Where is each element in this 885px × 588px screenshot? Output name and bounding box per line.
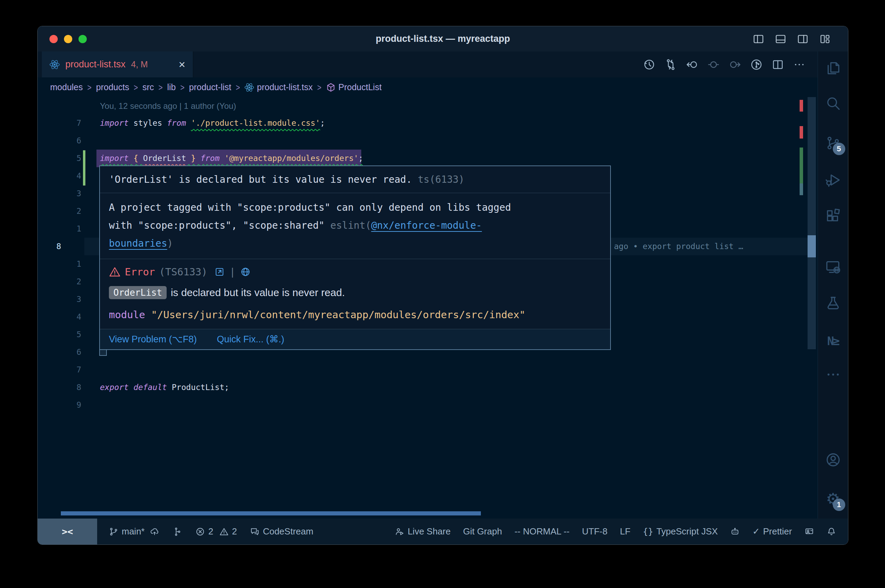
tooltip-actions: View Problem (⌥F8) Quick Fix... (⌘.) [100,329,610,349]
vertical-scrollbar[interactable] [808,97,816,349]
tab-close-icon[interactable]: × [179,59,185,70]
gitlens-inline-blame: ago • export product list … [614,238,743,255]
activity-bar: 5 N≥ ⚙ 1 [817,51,848,519]
traffic-light-close[interactable] [50,35,58,43]
tooltip-eslint-message: A project tagged with "scope:products" c… [100,193,610,259]
tab-product-list[interactable]: product-list.tsx 4, M × [42,51,193,77]
customize-layout-icon[interactable] [819,33,831,45]
live-share-button[interactable]: Live Share [395,526,451,537]
status-bar: >< main* 2 2 [38,519,848,544]
tooltip-error-detail: Error(TS6133) | OrderList is declared bu… [100,259,610,329]
gutter-line-number: 1 [38,255,81,273]
globe-icon[interactable] [240,267,251,277]
toggle-panel-icon[interactable] [775,33,786,45]
sidebar-item-testing[interactable] [825,296,841,311]
layout-controls [753,26,831,51]
eslint-rule-link[interactable]: boundaries [109,238,167,249]
prettier-button[interactable]: ✓ Prettier [752,526,792,537]
warning-count-icon [219,527,229,537]
source-control-badge: 5 [833,142,845,155]
severity-label: Error [125,266,155,278]
breadcrumb-item-file[interactable]: product-list.tsx [244,82,313,92]
commit-graph-icon[interactable] [750,58,763,71]
gutter-line-number: 4 [38,308,81,326]
view-problem-button[interactable]: View Problem (⌥F8) [109,334,197,345]
timeline-icon[interactable] [643,58,655,71]
remote-indicator[interactable]: >< [38,519,97,544]
git-graph-button[interactable]: Git Graph [463,526,502,537]
breadcrumb-item-symbol[interactable]: ProductList [326,82,382,92]
gutter-change-bar [83,150,86,186]
code-line-import-styles[interactable]: import styles from './product-list.modul… [100,114,325,132]
sidebar-item-explorer[interactable] [825,60,841,76]
language-mode-button[interactable]: {} TypeScript JSX [643,526,718,537]
encoding-indicator[interactable]: UTF-8 [582,526,608,537]
breadcrumb-separator: > [87,82,92,93]
eol-indicator[interactable]: LF [620,526,630,537]
sidebar-item-more-views[interactable] [825,366,841,382]
gutter-line-number: 7 [38,114,81,132]
gutter-line-number: 2 [38,202,81,220]
vim-mode-indicator[interactable]: -- NORMAL -- [514,526,569,537]
more-actions-icon[interactable] [793,58,805,71]
current-change-icon[interactable] [707,58,720,71]
copilot-icon-button[interactable] [730,527,740,537]
ts-error-code: ts(6133) [418,174,464,185]
traffic-light-zoom[interactable] [78,35,87,43]
live-share-icon [395,527,404,537]
editor-actions [643,51,818,77]
split-editor-icon[interactable] [772,58,784,71]
react-icon [244,82,254,92]
horizontal-scrollbar[interactable] [61,511,481,516]
sidebar-item-search[interactable] [825,95,841,111]
breadcrumb-separator: > [317,82,322,93]
eslint-rule-link[interactable]: @nx/enforce-module- [371,220,482,231]
gitlens-compare-button[interactable] [173,527,182,537]
codestream-button[interactable]: CodeStream [250,526,313,537]
gutter-line-number: 3 [38,185,81,202]
sidebar-item-remote-explorer[interactable] [825,259,841,275]
code-line-export-default[interactable]: export default ProductList; [100,379,229,396]
compare-changes-icon[interactable] [664,58,677,71]
quick-fix-button[interactable]: Quick Fix... (⌘.) [217,334,284,345]
minimap-slider[interactable] [808,235,816,257]
sidebar-item-extensions[interactable] [825,208,841,224]
gutter-line-number: 1 [38,220,81,238]
codestream-icon [250,527,260,537]
traffic-light-minimize[interactable] [64,35,72,43]
breadcrumb-item-src[interactable]: src [143,82,154,92]
gutter-line-number: 3 [38,291,81,308]
toggle-secondary-sidebar-icon[interactable] [797,33,808,45]
settings-gear-icon[interactable]: ⚙ 1 [825,491,841,507]
open-docs-external-icon[interactable] [214,267,225,277]
problems-button[interactable]: 2 2 [195,526,237,537]
gutter-line-number: 7 [38,361,81,379]
notifications-bell-button[interactable] [826,527,836,537]
breadcrumb-item-products[interactable]: products [96,82,129,92]
code-editor[interactable]: 7 6 5 4 3 2 1 8 1 2 3 4 5 6 7 8 9 You, 1… [38,97,818,519]
breadcrumb-separator: > [180,82,185,93]
code-line-import-orderlist[interactable]: import { OrderList } from '@myreactapp/m… [100,150,363,167]
sidebar-item-source-control[interactable]: 5 [825,135,841,151]
sidebar-item-nx-console[interactable]: N≥ [825,333,841,349]
gutter-line-number: 9 [38,396,81,414]
breadcrumb-item-product-list[interactable]: product-list [189,82,231,92]
tooltip-resize-grip[interactable] [99,349,107,356]
desktop-background: product-list.tsx — myreactapp product-li… [0,0,885,588]
previous-change-icon[interactable] [686,58,698,71]
error-count-icon [195,527,205,537]
branch-button[interactable]: main* [109,526,159,537]
next-change-icon[interactable] [729,58,741,71]
severity-code: (TS6133) [159,266,207,278]
overview-error-mark [799,100,803,112]
breadcrumb-separator: > [236,82,240,93]
toggle-primary-sidebar-icon[interactable] [753,33,764,45]
gitlens-blame-annotation: You, 12 seconds ago | 1 author (You) [100,97,236,115]
breadcrumb-item-lib[interactable]: lib [167,82,176,92]
sidebar-item-run-debug[interactable] [825,172,841,188]
account-icon[interactable] [825,452,841,468]
error-hover-tooltip: 'OrderList' is declared but its value is… [99,165,611,350]
breadcrumb-item-modules[interactable]: modules [50,82,83,92]
git-branch-icon [109,527,119,537]
feedback-icon-button[interactable] [804,527,814,537]
